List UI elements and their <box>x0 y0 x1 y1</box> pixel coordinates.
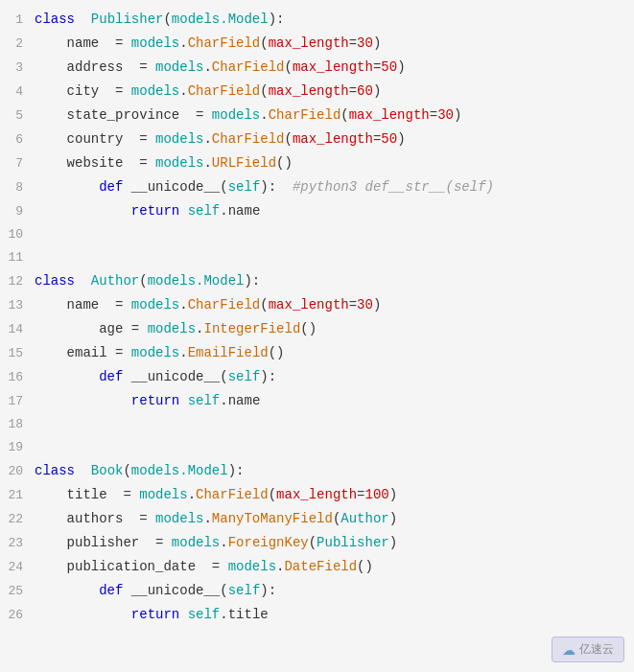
line-number: 10 <box>0 223 35 246</box>
line-number: 21 <box>0 484 35 507</box>
code-line: 4 city = models.CharField(max_length=60) <box>0 80 634 104</box>
line-number: 8 <box>0 176 35 199</box>
line-content: country = models.CharField(max_length=50… <box>35 127 634 151</box>
code-line: 6 country = models.CharField(max_length=… <box>0 127 634 151</box>
line-number: 9 <box>0 200 35 223</box>
watermark-icon: ☁ <box>562 642 575 658</box>
line-content: website = models.URLField() <box>35 151 634 174</box>
code-content: 1class Publisher(models.Model):2 name = … <box>0 0 634 635</box>
line-content: address = models.CharField(max_length=50… <box>35 56 634 79</box>
code-line: 21 title = models.CharField(max_length=1… <box>0 483 634 507</box>
line-number: 20 <box>0 460 35 483</box>
line-content: state_province = models.CharField(max_le… <box>35 104 634 127</box>
code-editor: 1class Publisher(models.Model):2 name = … <box>0 0 634 672</box>
line-number: 5 <box>0 104 35 127</box>
watermark-text: 亿速云 <box>579 641 614 658</box>
line-number: 26 <box>0 604 35 627</box>
code-line: 22 authors = models.ManyToManyField(Auth… <box>0 507 634 531</box>
line-number: 18 <box>0 413 35 436</box>
line-number: 19 <box>0 436 35 459</box>
code-line: 19 <box>0 436 634 459</box>
code-line: 13 name = models.CharField(max_length=30… <box>0 293 634 317</box>
code-line: 8 def __unicode__(self): #python3 def__s… <box>0 175 634 199</box>
line-number: 2 <box>0 33 35 56</box>
line-number: 17 <box>0 390 35 413</box>
code-line: 11 <box>0 246 634 269</box>
code-line: 24 publication_date = models.DateField() <box>0 555 634 579</box>
line-number: 23 <box>0 532 35 555</box>
line-content: name = models.CharField(max_length=30) <box>35 32 634 55</box>
code-line: 25 def __unicode__(self): <box>0 579 634 603</box>
code-line: 23 publisher = models.ForeignKey(Publish… <box>0 531 634 555</box>
line-content: def __unicode__(self): #python3 def__str… <box>35 175 634 198</box>
code-line: 14 age = models.IntegerField() <box>0 317 634 341</box>
code-line: 2 name = models.CharField(max_length=30) <box>0 32 634 56</box>
line-content: return self.name <box>35 199 634 222</box>
line-content: return self.name <box>35 389 634 412</box>
code-line: 5 state_province = models.CharField(max_… <box>0 104 634 127</box>
code-line: 17 return self.name <box>0 389 634 413</box>
line-number: 7 <box>0 152 35 175</box>
code-line: 10 <box>0 223 634 246</box>
code-line: 26 return self.title <box>0 603 634 627</box>
code-line: 7 website = models.URLField() <box>0 151 634 175</box>
code-line: 1class Publisher(models.Model): <box>0 8 634 32</box>
code-line: 18 <box>0 413 634 436</box>
line-number: 22 <box>0 508 35 531</box>
line-content: email = models.EmailField() <box>35 341 634 364</box>
line-content: authors = models.ManyToManyField(Author) <box>35 507 634 530</box>
line-number: 4 <box>0 81 35 104</box>
line-content: city = models.CharField(max_length=60) <box>35 80 634 103</box>
code-line: 12class Author(models.Model): <box>0 269 634 293</box>
code-line: 20class Book(models.Model): <box>0 459 634 483</box>
line-number: 24 <box>0 556 35 579</box>
line-content: name = models.CharField(max_length=30) <box>35 293 634 316</box>
line-number: 1 <box>0 9 35 32</box>
code-line: 9 return self.name <box>0 199 634 223</box>
watermark: ☁ 亿速云 <box>552 637 624 662</box>
code-line: 15 email = models.EmailField() <box>0 341 634 365</box>
line-content: publisher = models.ForeignKey(Publisher) <box>35 531 634 554</box>
line-content: def __unicode__(self): <box>35 365 634 388</box>
line-content: return self.title <box>35 603 634 626</box>
code-line: 3 address = models.CharField(max_length=… <box>0 56 634 80</box>
line-number: 12 <box>0 270 35 293</box>
line-content: class Publisher(models.Model): <box>35 8 634 31</box>
line-number: 14 <box>0 318 35 341</box>
code-line: 16 def __unicode__(self): <box>0 365 634 389</box>
line-number: 3 <box>0 57 35 80</box>
line-number: 11 <box>0 246 35 269</box>
line-content: age = models.IntegerField() <box>35 317 634 340</box>
line-content: publication_date = models.DateField() <box>35 555 634 578</box>
line-content: class Author(models.Model): <box>35 269 634 292</box>
line-number: 13 <box>0 294 35 317</box>
line-number: 15 <box>0 342 35 365</box>
line-content: def __unicode__(self): <box>35 579 634 602</box>
line-number: 6 <box>0 128 35 151</box>
line-number: 16 <box>0 366 35 389</box>
line-content: class Book(models.Model): <box>35 459 634 482</box>
line-number: 25 <box>0 580 35 603</box>
line-content: title = models.CharField(max_length=100) <box>35 483 634 506</box>
